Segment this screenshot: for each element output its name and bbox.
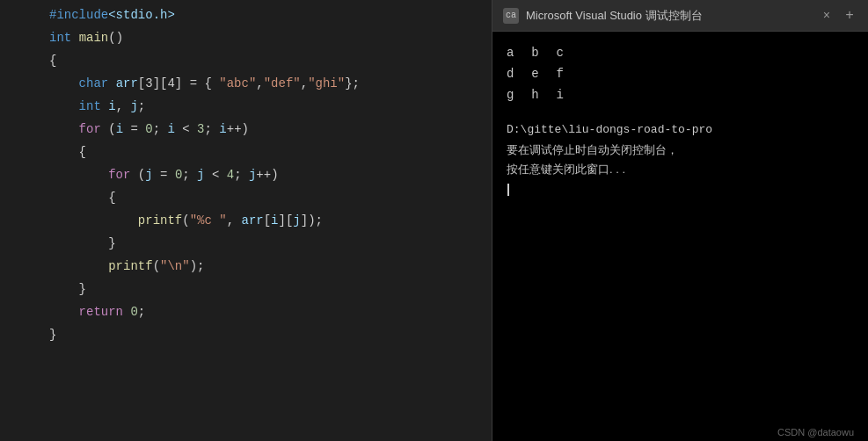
code-content: char arr[3][4] = { "abc","def","ghi"};: [35, 72, 492, 95]
code-content: int i, j;: [35, 95, 492, 118]
console-separator: [507, 105, 854, 119]
console-panel: ca Microsoft Visual Studio 调试控制台 × + a b…: [492, 0, 868, 441]
code-line: }: [0, 323, 492, 346]
code-line: printf("%c ", arr[i][j]);: [0, 209, 492, 232]
code-content: {: [35, 186, 492, 209]
console-cursor-line: [507, 179, 854, 199]
code-line: #include<stdio.h>: [0, 4, 492, 26]
code-line: return 0;: [0, 300, 492, 323]
code-editor: #include<stdio.h> ⊟ int main() { char ar…: [0, 0, 492, 441]
code-content: int main(): [35, 26, 492, 49]
console-output-line: d e f: [507, 63, 854, 84]
console-message-line1: 要在调试停止时自动关闭控制台，: [507, 141, 854, 160]
console-title-bar: ca Microsoft Visual Studio 调试控制台 × +: [492, 0, 868, 32]
code-line: int i, j;: [0, 95, 492, 118]
console-title: Microsoft Visual Studio 调试控制台: [526, 8, 812, 24]
code-line: {: [0, 141, 492, 163]
code-content: }: [35, 278, 492, 300]
code-line: ⊟ for (j = 0; j < 4; j++): [0, 163, 492, 186]
code-line: {: [0, 186, 492, 209]
code-content: }: [35, 323, 492, 346]
code-content: {: [35, 49, 492, 72]
console-footer-text: CSDN @dataowu: [777, 427, 854, 437]
code-content: for (j = 0; j < 4; j++): [35, 163, 492, 186]
console-cursor: [507, 184, 509, 196]
console-app-icon: ca: [503, 8, 519, 24]
console-output-line: a b c: [507, 42, 854, 63]
code-line: printf("\n");: [0, 255, 492, 278]
code-line: {: [0, 49, 492, 72]
console-close-button[interactable]: ×: [819, 8, 835, 24]
code-line: ⊟ for (i = 0; i < 3; i++): [0, 118, 492, 141]
code-content: {: [35, 141, 492, 163]
console-path-line: D:\gitte\liu-dongs-road-to-pro: [507, 119, 854, 141]
code-line: char arr[3][4] = { "abc","def","ghi"};: [0, 72, 492, 95]
code-content: return 0;: [35, 300, 492, 323]
code-content: }: [35, 232, 492, 255]
code-line: }: [0, 232, 492, 255]
code-content: printf("%c ", arr[i][j]);: [35, 209, 492, 232]
console-footer: CSDN @dataowu: [492, 423, 868, 441]
code-content: #include<stdio.h>: [35, 4, 492, 26]
code-content: for (i = 0; i < 3; i++): [35, 118, 492, 141]
code-content: printf("\n");: [35, 255, 492, 278]
console-add-button[interactable]: +: [842, 8, 857, 24]
code-line: ⊟ int main(): [0, 26, 492, 49]
console-output-line: g h i: [507, 84, 854, 105]
code-lines: #include<stdio.h> ⊟ int main() { char ar…: [0, 0, 492, 350]
console-output: a b c d e f g h i D:\gitte\liu-dongs-roa…: [492, 32, 868, 423]
console-message-line2: 按任意键关闭此窗口. . .: [507, 160, 854, 179]
code-line: }: [0, 278, 492, 300]
